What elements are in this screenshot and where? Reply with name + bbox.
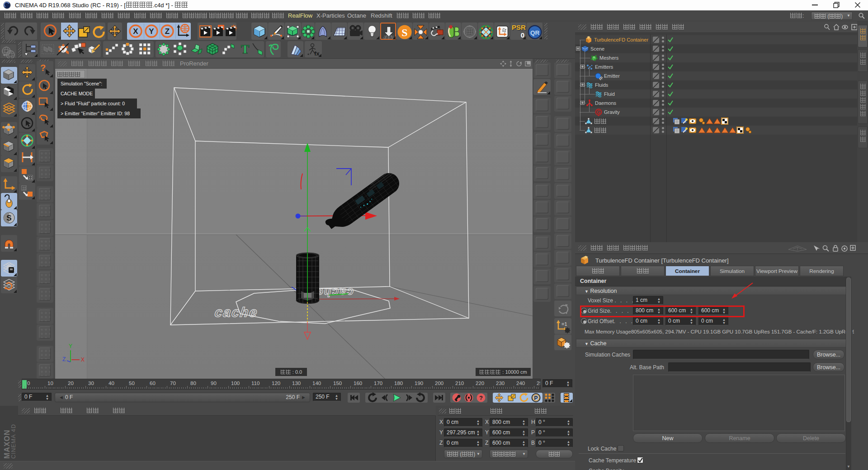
svg-text:T: T	[241, 42, 250, 56]
svg-text:cache: cache	[316, 286, 354, 299]
svg-text:?: ?	[479, 395, 483, 401]
svg-text:Z: Z	[165, 27, 170, 36]
svg-text:P: P	[534, 395, 538, 401]
svg-text:X: X	[81, 357, 85, 363]
svg-text:Y: Y	[69, 343, 72, 349]
svg-text:G: G	[597, 110, 600, 115]
svg-text:cache: cache	[214, 305, 259, 320]
svg-text:X: X	[133, 27, 138, 36]
svg-text:Y: Y	[149, 27, 154, 36]
svg-text:Z: Z	[62, 356, 66, 362]
svg-text:=1: =1	[561, 321, 567, 327]
